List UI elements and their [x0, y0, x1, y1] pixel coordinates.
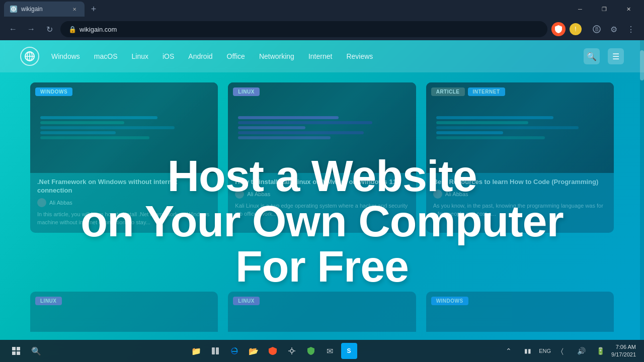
card-2-bg [228, 82, 416, 173]
taskbar-center: 📁 📂 [48, 343, 497, 359]
nav-internet[interactable]: Internet [308, 52, 332, 60]
site-menu-icon[interactable]: ☰ [608, 48, 624, 64]
card-2-author-name: Ali Abbas [247, 191, 270, 197]
close-button[interactable]: ✕ [617, 0, 640, 18]
wifi-icon[interactable]: 〈 [554, 343, 570, 359]
card-3-excerpt: As you know, in the past, knowing the pr… [433, 202, 607, 218]
minimize-button[interactable]: ─ [569, 0, 592, 18]
svg-text:B: B [595, 27, 599, 32]
back-button[interactable]: ← [6, 22, 20, 36]
extensions-icon[interactable]: ⚙ [607, 22, 621, 36]
card-3-badge-internet: INTERNET [468, 87, 505, 96]
card-1-author-name: Ali Abbas [49, 200, 72, 206]
card-3-author-name: Ali Abbas [445, 191, 468, 197]
start-button[interactable] [8, 343, 24, 359]
taskbar-brave-icon[interactable] [265, 343, 281, 359]
card-1-title: .Net Framework on Windows without intern… [37, 178, 211, 195]
card-3-title: Best Resources to learn How to Code (Pro… [433, 178, 607, 187]
keyboard-icon[interactable]: ▮▮ [520, 343, 536, 359]
taskbar-start: 🔍 [8, 343, 44, 359]
card-bottom-1[interactable]: LINUX [30, 292, 218, 332]
card-2-image: LINUX [228, 82, 416, 173]
card-bottom-3[interactable]: WINDOWS [426, 292, 614, 332]
nav-networking[interactable]: Networking [259, 52, 294, 60]
hero-line-3: For Free [235, 244, 409, 289]
card-1-body: .Net Framework on Windows without intern… [30, 173, 218, 233]
card-1-avatar [37, 198, 46, 207]
address-text: wikigain.com [79, 26, 117, 33]
battery-icon[interactable]: 🔋 [592, 343, 608, 359]
nav-linux[interactable]: Linux [131, 52, 148, 60]
tab-title: wikigain [21, 6, 43, 13]
svg-rect-14 [216, 347, 219, 354]
taskbar-tools-icon[interactable] [284, 343, 300, 359]
taskbar-file-explorer[interactable]: 📁 [188, 343, 204, 359]
cards-bottom: LINUX LINUX WINDOWS [0, 292, 644, 332]
taskbar: 🔍 📁 📂 [0, 340, 644, 362]
address-input[interactable]: 🔒 wikigain.com [60, 21, 547, 37]
site-logo[interactable] [20, 47, 39, 66]
card-2[interactable]: LINUX How to install Kali Linux on VMwar… [228, 82, 416, 233]
taskbar-email-icon[interactable]: ✉ [322, 343, 338, 359]
browser-tab[interactable]: wikigain ✕ [4, 2, 85, 17]
card-3-bg [426, 82, 614, 173]
taskbar-split-icon[interactable] [207, 343, 223, 359]
taskbar-right: ⌃ ▮▮ ENG 〈 🔊 🔋 7:06 AM 9/17/2021 [501, 343, 636, 359]
forward-button[interactable]: → [24, 22, 38, 36]
card-bottom-2-badge: LINUX [233, 297, 260, 305]
svg-rect-10 [17, 347, 20, 350]
tab-close-button[interactable]: ✕ [70, 5, 78, 13]
window-controls: ─ ❐ ✕ [569, 0, 640, 18]
nav-macos[interactable]: macOS [94, 52, 118, 60]
svg-rect-11 [12, 351, 16, 355]
card-3-avatar [433, 190, 442, 199]
card-1-image: WINDOWS [30, 82, 218, 173]
taskbar-time[interactable]: 7:06 AM 9/17/2021 [611, 343, 636, 359]
svg-rect-12 [17, 351, 20, 355]
card-bottom-1-badge: LINUX [35, 297, 62, 305]
card-1-badge: WINDOWS [35, 87, 72, 96]
card-1[interactable]: WINDOWS .Net Framework on Windows withou… [30, 82, 218, 233]
card-2-badge: LINUX [233, 87, 260, 96]
svg-rect-13 [212, 347, 215, 354]
address-bar: ← → ↻ 🔒 wikigain.com ! B ⚙ ⋮ [0, 18, 644, 40]
site-search-icon[interactable]: 🔍 [584, 48, 600, 64]
browser-chrome: wikigain ✕ + ─ ❐ ✕ ← → ↻ 🔒 wikigain.com … [0, 0, 644, 40]
nav-android[interactable]: Android [188, 52, 212, 60]
site-nav-links: Windows macOS Linux iOS Android Office N… [51, 52, 373, 61]
new-tab-button[interactable]: + [87, 2, 101, 16]
nav-office[interactable]: Office [227, 52, 245, 60]
card-3-body: Best Resources to learn How to Code (Pro… [426, 173, 614, 224]
nav-windows[interactable]: Windows [51, 52, 80, 60]
volume-icon[interactable]: 🔊 [573, 343, 589, 359]
taskbar-skype-icon[interactable]: S [341, 343, 357, 359]
tray-icons[interactable]: ⌃ [501, 343, 517, 359]
brave-warning-icon[interactable]: ! [570, 23, 582, 35]
card-1-author: Ali Abbas [37, 198, 211, 207]
card-1-excerpt: In this article, you will learn how to i… [37, 210, 211, 227]
card-2-body: How to install Kali Linux on VMware on W… [228, 173, 416, 224]
card-2-avatar [235, 190, 244, 199]
scrollbar[interactable] [640, 40, 644, 362]
nav-reviews[interactable]: Reviews [346, 52, 373, 60]
card-bottom-2[interactable]: LINUX [228, 292, 416, 332]
search-taskbar-button[interactable]: 🔍 [28, 343, 44, 359]
scrollbar-thumb[interactable] [640, 50, 644, 80]
card-3-image: ARTICLE INTERNET [426, 82, 614, 173]
restore-button[interactable]: ❐ [593, 0, 616, 18]
nav-ios[interactable]: iOS [163, 52, 174, 60]
menu-icon[interactable]: ⋮ [624, 22, 638, 36]
taskbar-shield-icon[interactable] [303, 343, 319, 359]
svg-point-15 [290, 349, 293, 352]
card-2-excerpt: Kali Linux is a two edge operating syste… [235, 202, 409, 218]
taskbar-edge-icon[interactable] [226, 343, 243, 359]
refresh-button[interactable]: ↻ [42, 22, 56, 36]
svg-rect-9 [12, 347, 16, 350]
card-3-badge-article: ARTICLE [431, 87, 465, 96]
brave-shield-icon[interactable] [551, 22, 566, 36]
taskbar-folder-icon[interactable]: 📂 [246, 343, 262, 359]
card-2-author: Ali Abbas [235, 190, 409, 199]
card-3[interactable]: ARTICLE INTERNET Best Resources to learn… [426, 82, 614, 233]
brave-sync-icon[interactable]: B [590, 22, 604, 36]
toolbar-right: B ⚙ ⋮ [590, 22, 638, 36]
